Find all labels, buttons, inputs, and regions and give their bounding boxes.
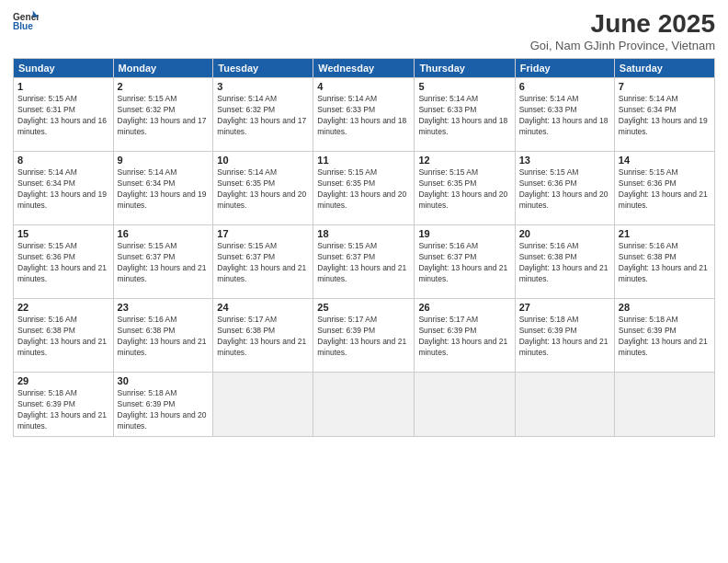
- header: General Blue June 2025 Goi, Nam GJinh Pr…: [13, 9, 715, 52]
- calendar-week-row: 8 Sunrise: 5:14 AMSunset: 6:34 PMDayligh…: [14, 152, 715, 225]
- day-cell-19: 19 Sunrise: 5:16 AMSunset: 6:37 PMDaylig…: [415, 225, 515, 299]
- day-number-7: 7: [619, 81, 711, 92]
- day-number-15: 15: [17, 228, 109, 239]
- day-info-8: Sunrise: 5:14 AMSunset: 6:34 PMDaylight:…: [17, 167, 109, 212]
- day-cell-25: 25 Sunrise: 5:17 AMSunset: 6:39 PMDaylig…: [313, 299, 415, 373]
- main-title: June 2025: [530, 9, 715, 39]
- day-number-18: 18: [317, 228, 410, 239]
- day-cell-14: 14 Sunrise: 5:15 AMSunset: 6:36 PMDaylig…: [614, 152, 714, 225]
- day-info-10: Sunrise: 5:14 AMSunset: 6:35 PMDaylight:…: [217, 167, 309, 212]
- day-info-27: Sunrise: 5:18 AMSunset: 6:39 PMDaylight:…: [519, 315, 610, 359]
- day-number-20: 20: [519, 228, 610, 239]
- day-number-22: 22: [17, 302, 109, 313]
- day-number-2: 2: [118, 81, 210, 92]
- day-info-28: Sunrise: 5:18 AMSunset: 6:39 PMDaylight:…: [619, 315, 711, 359]
- day-number-12: 12: [418, 155, 510, 166]
- day-number-13: 13: [519, 155, 610, 166]
- day-cell-7: 7 Sunrise: 5:14 AMSunset: 6:34 PMDayligh…: [614, 78, 714, 152]
- calendar-week-row: 15 Sunrise: 5:15 AMSunset: 6:36 PMDaylig…: [14, 225, 715, 299]
- day-info-16: Sunrise: 5:15 AMSunset: 6:37 PMDaylight:…: [118, 241, 210, 285]
- header-sunday: Sunday: [14, 59, 114, 78]
- day-info-22: Sunrise: 5:16 AMSunset: 6:38 PMDaylight:…: [17, 315, 109, 359]
- header-saturday: Saturday: [614, 59, 714, 78]
- day-cell-12: 12 Sunrise: 5:15 AMSunset: 6:35 PMDaylig…: [415, 152, 515, 225]
- day-info-1: Sunrise: 5:15 AMSunset: 6:31 PMDaylight:…: [17, 94, 109, 138]
- day-cell-10: 10 Sunrise: 5:14 AMSunset: 6:35 PMDaylig…: [213, 152, 313, 225]
- day-info-7: Sunrise: 5:14 AMSunset: 6:34 PMDaylight:…: [619, 94, 711, 138]
- day-info-13: Sunrise: 5:15 AMSunset: 6:36 PMDaylight:…: [519, 167, 610, 212]
- day-cell-24: 24 Sunrise: 5:17 AMSunset: 6:38 PMDaylig…: [213, 299, 313, 373]
- subtitle: Goi, Nam GJinh Province, Vietnam: [530, 39, 715, 52]
- day-info-20: Sunrise: 5:16 AMSunset: 6:38 PMDaylight:…: [519, 241, 610, 285]
- day-cell-4: 4 Sunrise: 5:14 AMSunset: 6:33 PMDayligh…: [313, 78, 415, 152]
- calendar-week-row: 1 Sunrise: 5:15 AMSunset: 6:31 PMDayligh…: [14, 78, 715, 152]
- day-info-4: Sunrise: 5:14 AMSunset: 6:33 PMDaylight:…: [317, 94, 410, 138]
- day-number-10: 10: [217, 155, 309, 166]
- day-cell-27: 27 Sunrise: 5:18 AMSunset: 6:39 PMDaylig…: [515, 299, 614, 373]
- day-info-15: Sunrise: 5:15 AMSunset: 6:36 PMDaylight:…: [17, 241, 109, 285]
- day-cell-22: 22 Sunrise: 5:16 AMSunset: 6:38 PMDaylig…: [14, 299, 114, 373]
- day-number-21: 21: [619, 228, 711, 239]
- day-cell-21: 21 Sunrise: 5:16 AMSunset: 6:38 PMDaylig…: [614, 225, 714, 299]
- calendar-week-row: 29 Sunrise: 5:18 AMSunset: 6:39 PMDaylig…: [14, 373, 715, 437]
- day-info-25: Sunrise: 5:17 AMSunset: 6:39 PMDaylight:…: [317, 315, 410, 359]
- title-block: June 2025 Goi, Nam GJinh Province, Vietn…: [530, 9, 715, 52]
- day-cell-13: 13 Sunrise: 5:15 AMSunset: 6:36 PMDaylig…: [515, 152, 614, 225]
- day-cell-16: 16 Sunrise: 5:15 AMSunset: 6:37 PMDaylig…: [113, 225, 213, 299]
- day-info-24: Sunrise: 5:17 AMSunset: 6:38 PMDaylight:…: [217, 315, 309, 359]
- header-thursday: Thursday: [415, 59, 515, 78]
- day-cell-17: 17 Sunrise: 5:15 AMSunset: 6:37 PMDaylig…: [213, 225, 313, 299]
- empty-cell: [415, 373, 515, 437]
- header-tuesday: Tuesday: [213, 59, 313, 78]
- day-info-19: Sunrise: 5:16 AMSunset: 6:37 PMDaylight:…: [418, 241, 510, 285]
- day-number-9: 9: [118, 155, 210, 166]
- day-cell-15: 15 Sunrise: 5:15 AMSunset: 6:36 PMDaylig…: [14, 225, 114, 299]
- day-number-11: 11: [317, 155, 410, 166]
- day-number-29: 29: [17, 375, 109, 386]
- day-number-27: 27: [519, 302, 610, 313]
- empty-cell: [213, 373, 313, 437]
- day-cell-20: 20 Sunrise: 5:16 AMSunset: 6:38 PMDaylig…: [515, 225, 614, 299]
- day-number-1: 1: [17, 81, 109, 92]
- day-cell-28: 28 Sunrise: 5:18 AMSunset: 6:39 PMDaylig…: [614, 299, 714, 373]
- day-number-23: 23: [118, 302, 210, 313]
- day-cell-3: 3 Sunrise: 5:14 AMSunset: 6:32 PMDayligh…: [213, 78, 313, 152]
- day-number-3: 3: [217, 81, 309, 92]
- day-number-17: 17: [217, 228, 309, 239]
- day-cell-8: 8 Sunrise: 5:14 AMSunset: 6:34 PMDayligh…: [14, 152, 114, 225]
- svg-text:Blue: Blue: [13, 21, 33, 31]
- page: General Blue June 2025 Goi, Nam GJinh Pr…: [0, 0, 728, 563]
- header-friday: Friday: [515, 59, 614, 78]
- day-number-28: 28: [619, 302, 711, 313]
- day-cell-6: 6 Sunrise: 5:14 AMSunset: 6:33 PMDayligh…: [515, 78, 614, 152]
- day-number-4: 4: [317, 81, 410, 92]
- day-number-14: 14: [619, 155, 711, 166]
- day-cell-30: 30 Sunrise: 5:18 AMSunset: 6:39 PMDaylig…: [113, 373, 213, 437]
- day-cell-5: 5 Sunrise: 5:14 AMSunset: 6:33 PMDayligh…: [415, 78, 515, 152]
- day-cell-23: 23 Sunrise: 5:16 AMSunset: 6:38 PMDaylig…: [113, 299, 213, 373]
- day-info-14: Sunrise: 5:15 AMSunset: 6:36 PMDaylight:…: [619, 167, 711, 212]
- day-info-6: Sunrise: 5:14 AMSunset: 6:33 PMDaylight:…: [519, 94, 610, 138]
- day-info-18: Sunrise: 5:15 AMSunset: 6:37 PMDaylight:…: [317, 241, 410, 285]
- day-info-26: Sunrise: 5:17 AMSunset: 6:39 PMDaylight:…: [418, 315, 510, 359]
- day-number-19: 19: [418, 228, 510, 239]
- day-info-30: Sunrise: 5:18 AMSunset: 6:39 PMDaylight:…: [118, 388, 210, 432]
- empty-cell: [313, 373, 415, 437]
- day-cell-9: 9 Sunrise: 5:14 AMSunset: 6:34 PMDayligh…: [113, 152, 213, 225]
- empty-cell: [614, 373, 714, 437]
- day-info-23: Sunrise: 5:16 AMSunset: 6:38 PMDaylight:…: [118, 315, 210, 359]
- day-number-5: 5: [418, 81, 510, 92]
- weekday-header-row: Sunday Monday Tuesday Wednesday Thursday…: [14, 59, 715, 78]
- calendar-week-row: 22 Sunrise: 5:16 AMSunset: 6:38 PMDaylig…: [14, 299, 715, 373]
- calendar-table: Sunday Monday Tuesday Wednesday Thursday…: [13, 58, 715, 437]
- logo-icon: General Blue: [13, 9, 39, 35]
- day-info-17: Sunrise: 5:15 AMSunset: 6:37 PMDaylight:…: [217, 241, 309, 285]
- day-info-5: Sunrise: 5:14 AMSunset: 6:33 PMDaylight:…: [418, 94, 510, 138]
- day-number-8: 8: [17, 155, 109, 166]
- day-cell-1: 1 Sunrise: 5:15 AMSunset: 6:31 PMDayligh…: [14, 78, 114, 152]
- day-cell-26: 26 Sunrise: 5:17 AMSunset: 6:39 PMDaylig…: [415, 299, 515, 373]
- day-number-6: 6: [519, 81, 610, 92]
- day-number-25: 25: [317, 302, 410, 313]
- day-number-30: 30: [118, 375, 210, 386]
- empty-cell: [515, 373, 614, 437]
